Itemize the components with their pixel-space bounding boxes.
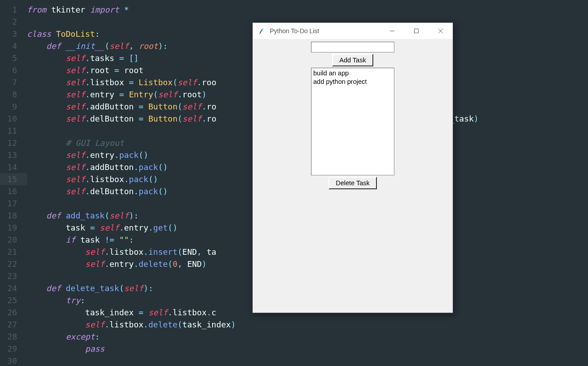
- minimize-button[interactable]: [380, 23, 404, 39]
- code-line: except:: [27, 331, 588, 343]
- maximize-button[interactable]: [404, 23, 428, 39]
- line-number: 10: [0, 113, 27, 125]
- tk-feather-icon: [258, 27, 265, 35]
- titlebar[interactable]: Python To-Do List: [253, 23, 453, 39]
- line-number: 8: [0, 88, 27, 100]
- line-number: 25: [0, 294, 27, 306]
- list-item[interactable]: add python project: [313, 78, 392, 86]
- line-gutter: 1234567891011121314151617181920212223242…: [0, 0, 27, 366]
- line-number: 27: [0, 318, 27, 331]
- client-area: Add Task build an appadd python project …: [253, 39, 453, 189]
- line-number: 14: [0, 161, 27, 173]
- line-number: 3: [0, 28, 27, 40]
- task-entry[interactable]: [311, 42, 394, 52]
- line-number: 2: [0, 16, 27, 28]
- line-number: 19: [0, 222, 27, 234]
- line-number: 13: [0, 149, 27, 161]
- task-listbox[interactable]: build an appadd python project: [311, 68, 394, 175]
- line-number: 22: [0, 258, 27, 270]
- delete-task-button[interactable]: Delete Task: [329, 177, 377, 189]
- line-number: 23: [0, 270, 27, 282]
- line-number: 28: [0, 331, 27, 343]
- line-number: 6: [0, 64, 27, 76]
- line-number: 15: [0, 173, 27, 185]
- line-number: 1: [0, 4, 27, 16]
- line-number: 9: [0, 100, 27, 113]
- code-line: pass: [27, 343, 588, 355]
- line-number: 12: [0, 137, 27, 149]
- close-button[interactable]: [428, 23, 453, 39]
- line-number: 17: [0, 197, 27, 209]
- line-number: 24: [0, 282, 27, 294]
- line-number: 4: [0, 40, 27, 52]
- window-title: Python To-Do List: [270, 27, 380, 35]
- tkinter-window: Python To-Do List Add Task build an appa…: [252, 22, 453, 313]
- code-line: [27, 355, 588, 366]
- svg-rect-1: [415, 29, 419, 33]
- line-number: 21: [0, 246, 27, 258]
- line-number: 7: [0, 76, 27, 88]
- code-line: from tkinter import *: [27, 4, 588, 16]
- line-number: 11: [0, 125, 27, 137]
- line-number: 30: [0, 355, 27, 366]
- line-number: 16: [0, 185, 27, 197]
- list-item[interactable]: build an app: [313, 69, 392, 78]
- line-number: 5: [0, 52, 27, 64]
- add-task-button[interactable]: Add Task: [332, 54, 373, 66]
- code-line: self.listbox.delete(task_index): [27, 318, 588, 331]
- line-number: 26: [0, 306, 27, 318]
- line-number: 29: [0, 343, 27, 355]
- line-number: 18: [0, 209, 27, 222]
- line-number: 20: [0, 234, 27, 246]
